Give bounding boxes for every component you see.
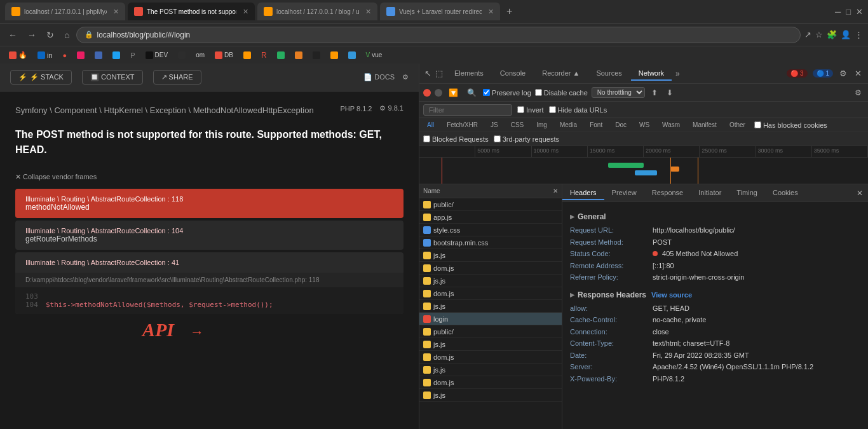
cursor-icon[interactable]: ↖ <box>424 69 431 78</box>
filter-all[interactable]: All <box>423 121 438 129</box>
filter-media[interactable]: Media <box>556 121 581 129</box>
net-item-dom1[interactable]: dom.js <box>419 262 562 275</box>
stack-button[interactable]: ⚡ ⚡ STACK <box>10 70 72 85</box>
stack-frame-2-header[interactable]: Illuminate \ Routing \ AbstractRouteColl… <box>15 221 403 250</box>
tab-close-2[interactable]: ✕ <box>243 8 248 16</box>
maximize-button[interactable]: □ <box>846 7 851 17</box>
headers-close-button[interactable]: ✕ <box>857 189 863 198</box>
preview-tab[interactable]: Preview <box>604 186 644 200</box>
tab-close-3[interactable]: ✕ <box>365 8 371 16</box>
filter-img[interactable]: Img <box>532 121 551 129</box>
tab-elements[interactable]: Elements <box>447 67 491 81</box>
tab-1[interactable]: localhost / 127.0.0.1 | phpMyAdr... ✕ <box>5 3 125 20</box>
bookmark-16[interactable] <box>327 50 342 60</box>
bookmark-4[interactable] <box>73 50 88 60</box>
import-button[interactable]: ⬆ <box>649 87 660 99</box>
bookmark-8[interactable]: DEV <box>142 50 172 60</box>
filter-font[interactable]: Font <box>586 121 606 129</box>
net-item-dom2[interactable]: dom.js <box>419 287 562 300</box>
stack-frame-3-header[interactable]: Illuminate \ Routing \ AbstractRouteColl… <box>15 252 403 273</box>
hide-data-urls-checkbox[interactable]: Hide data URLs <box>549 106 607 114</box>
cookies-tab[interactable]: Cookies <box>765 186 806 200</box>
bookmark-1[interactable]: 🔥 <box>5 50 31 60</box>
bookmark-6[interactable] <box>109 50 124 60</box>
net-item-public2[interactable]: public/ <box>419 325 562 338</box>
forward-button[interactable]: → <box>24 29 39 41</box>
tab-4[interactable]: Vuejs + Laravel router redirectio... ✕ <box>380 3 500 20</box>
net-item-js2[interactable]: js.js <box>419 275 562 287</box>
filter-js[interactable]: JS <box>487 121 502 129</box>
headers-tab[interactable]: Headers <box>562 186 604 200</box>
filter-icon-button[interactable]: 🔽 <box>446 87 461 99</box>
tab-2[interactable]: The POST method is not support... ✕ <box>128 3 255 20</box>
general-section-title[interactable]: General <box>570 212 860 221</box>
bookmark-12[interactable]: R <box>257 50 271 61</box>
minimize-button[interactable]: ─ <box>835 7 841 17</box>
extension-icon[interactable]: 🧩 <box>827 30 837 39</box>
bookmark-2[interactable]: in <box>34 50 57 60</box>
bookmark-11[interactable] <box>240 50 255 60</box>
stack-frame-3[interactable]: Illuminate \ Routing \ AbstractRouteColl… <box>15 252 403 314</box>
filter-ws[interactable]: WS <box>635 121 653 129</box>
net-item-js5[interactable]: js.js <box>419 364 562 376</box>
bookmark-icon[interactable]: ☆ <box>815 30 823 39</box>
stack-frame-2[interactable]: Illuminate \ Routing \ AbstractRouteColl… <box>15 221 403 250</box>
tab-close-1[interactable]: ✕ <box>113 8 119 16</box>
net-item-dom3[interactable]: dom.js <box>419 351 562 364</box>
record-button[interactable] <box>423 89 431 97</box>
more-panels-button[interactable]: » <box>673 67 682 81</box>
close-window-button[interactable]: ✕ <box>856 7 863 17</box>
invert-checkbox[interactable]: Invert <box>517 106 544 114</box>
menu-icon[interactable]: ⋮ <box>855 30 863 39</box>
throttle-select[interactable]: No throttling <box>592 87 645 98</box>
devtools-close-button[interactable]: ✕ <box>853 67 863 79</box>
bookmark-3[interactable]: ● <box>59 50 71 60</box>
tab-sources[interactable]: Sources <box>588 67 629 81</box>
inspect-icon[interactable]: ⬚ <box>435 69 443 78</box>
bookmark-17[interactable] <box>344 50 360 60</box>
network-settings-button[interactable]: ⚙ <box>852 87 864 99</box>
filter-css[interactable]: CSS <box>507 121 528 129</box>
docs-link[interactable]: 📄 DOCS <box>363 73 395 81</box>
bookmark-9[interactable] <box>174 50 189 60</box>
stack-frame-1[interactable]: Illuminate \ Routing \ AbstractRouteColl… <box>15 189 403 218</box>
view-source-link[interactable]: View source <box>651 291 692 299</box>
preserve-log-checkbox[interactable]: Preserve log <box>483 89 531 97</box>
warn-badge[interactable]: 🔵 1 <box>813 69 833 78</box>
search-network-button[interactable]: 🔍 <box>465 87 479 99</box>
home-button[interactable]: ⌂ <box>61 29 72 41</box>
clear-button[interactable] <box>435 89 442 97</box>
net-item-js6[interactable]: js.js <box>419 389 562 402</box>
filter-input[interactable] <box>423 104 512 116</box>
filter-manifest[interactable]: Manifest <box>689 121 721 129</box>
tab-console[interactable]: Console <box>492 67 533 81</box>
bookmark-om[interactable]: om <box>192 50 208 60</box>
filter-other[interactable]: Other <box>726 121 749 129</box>
timing-tab[interactable]: Timing <box>729 186 765 200</box>
bookmark-7[interactable]: P <box>126 50 139 60</box>
tab-3[interactable]: localhost / 127.0.0.1 / blog / use... ✕ <box>257 3 377 20</box>
filter-wasm[interactable]: Wasm <box>658 121 684 129</box>
blocked-cookies-checkbox[interactable]: Has blocked cookies <box>754 121 827 129</box>
share-icon[interactable]: ↗ <box>804 30 811 39</box>
new-tab-button[interactable]: + <box>503 6 516 17</box>
collapse-vendor-frames[interactable]: ✕ Collapse vendor frames <box>15 173 403 181</box>
net-item-login[interactable]: login <box>419 313 562 325</box>
response-headers-section-title[interactable]: Response Headers View source <box>570 290 860 299</box>
bookmark-18[interactable]: V vue <box>362 50 386 60</box>
net-item-js4[interactable]: js.js <box>419 338 562 351</box>
back-button[interactable]: ← <box>5 29 20 41</box>
net-item-js3[interactable]: js.js <box>419 300 562 313</box>
bookmark-13[interactable] <box>273 50 288 60</box>
net-item-stylecss[interactable]: style.css <box>419 224 562 236</box>
context-button[interactable]: 🔲 CONTEXT <box>82 70 143 85</box>
bookmark-14[interactable] <box>291 50 306 60</box>
net-item-dom4[interactable]: dom.js <box>419 376 562 389</box>
blocked-requests-checkbox[interactable]: Blocked Requests <box>423 135 489 143</box>
refresh-button[interactable]: ↻ <box>43 29 57 41</box>
share-button[interactable]: ↗ SHARE <box>153 70 201 85</box>
response-tab[interactable]: Response <box>644 186 691 200</box>
close-headers-button[interactable]: ✕ <box>553 187 558 194</box>
settings-icon[interactable]: ⚙ <box>402 73 409 81</box>
disable-cache-checkbox[interactable]: Disable cache <box>535 89 588 97</box>
